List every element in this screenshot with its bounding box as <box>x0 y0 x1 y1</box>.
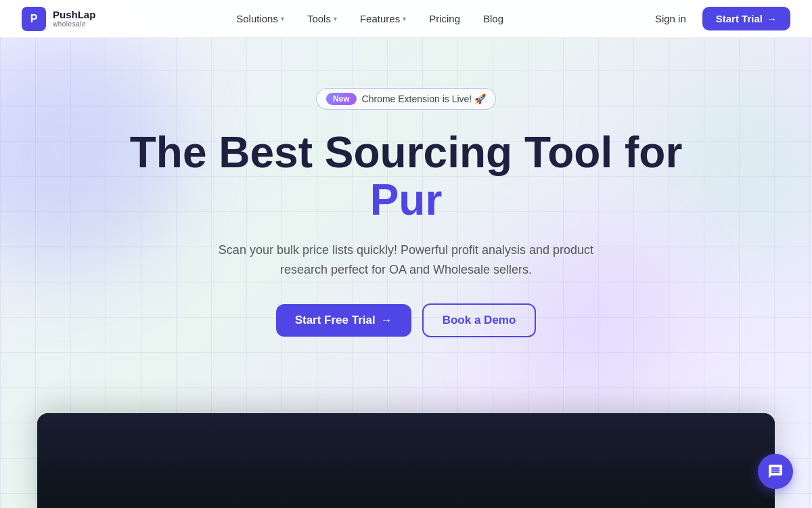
arrow-right-icon: → <box>381 314 392 327</box>
chevron-down-icon: ▾ <box>281 15 284 22</box>
arrow-right-icon: → <box>767 13 777 24</box>
signin-button[interactable]: Sign in <box>644 8 697 29</box>
hero-cta-buttons: Start Free Trial → Book a Demo <box>276 303 537 337</box>
hero-title: The Best Sourcing Tool for Pur <box>130 129 683 224</box>
nav-links: Solutions ▾ Tools ▾ Features ▾ Pricing B… <box>227 9 513 28</box>
start-trial-button[interactable]: Start Trial → <box>702 7 790 30</box>
start-free-trial-button[interactable]: Start Free Trial → <box>276 304 411 337</box>
nav-actions: Sign in Start Trial → <box>644 7 790 30</box>
hero-title-accent: Pur <box>370 175 443 224</box>
demo-video-card[interactable] <box>37 413 775 508</box>
announcement-badge[interactable]: New Chrome Extension is Live! 🚀 <box>316 88 496 110</box>
chat-icon <box>767 463 784 480</box>
navbar: P PushLap wholesale Solutions ▾ Tools ▾ … <box>0 0 812 38</box>
nav-tools[interactable]: Tools ▾ <box>298 9 346 28</box>
chevron-down-icon: ▾ <box>334 15 337 22</box>
logo[interactable]: P PushLap wholesale <box>22 7 95 31</box>
book-demo-button[interactable]: Book a Demo <box>422 303 537 337</box>
logo-letter: P <box>30 13 38 25</box>
logo-icon: P <box>22 7 46 31</box>
nav-features[interactable]: Features ▾ <box>351 9 415 28</box>
brand-name: PushLap <box>53 9 95 21</box>
badge-text: Chrome Extension is Live! 🚀 <box>362 93 487 104</box>
brand-sub: wholesale <box>53 20 95 28</box>
nav-pricing[interactable]: Pricing <box>420 9 470 28</box>
badge-new-label: New <box>326 93 357 105</box>
chevron-down-icon: ▾ <box>403 15 406 22</box>
hero-section: New Chrome Extension is Live! 🚀 The Best… <box>0 0 812 508</box>
nav-blog[interactable]: Blog <box>474 9 513 28</box>
demo-card-inner <box>37 413 775 508</box>
nav-solutions[interactable]: Solutions ▾ <box>227 9 294 28</box>
hero-title-line1: The Best Sourcing Tool for <box>130 128 683 177</box>
chat-support-button[interactable] <box>758 454 793 489</box>
hero-content: New Chrome Extension is Live! 🚀 The Best… <box>0 0 812 371</box>
hero-subtitle: Scan your bulk price lists quickly! Powe… <box>203 240 609 280</box>
logo-text: PushLap wholesale <box>53 9 95 28</box>
